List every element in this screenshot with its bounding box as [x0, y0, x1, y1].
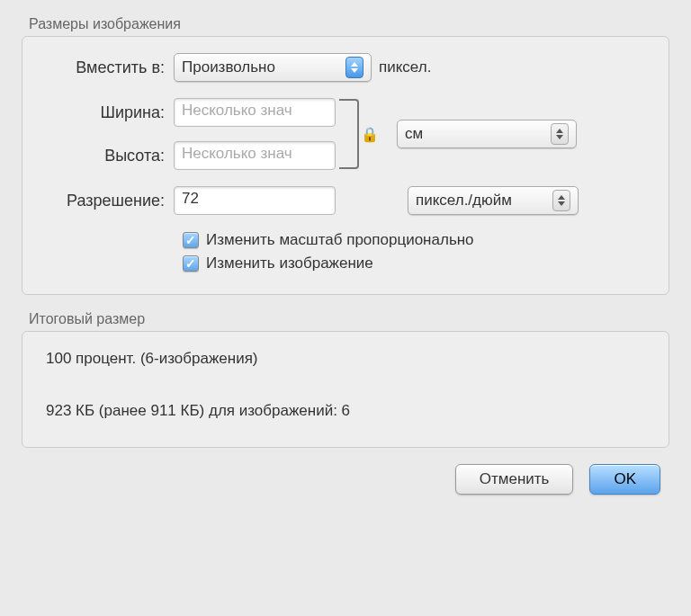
resolution-input[interactable]: 72 — [174, 186, 336, 215]
resize-image-checkbox[interactable] — [183, 255, 199, 272]
fit-select[interactable]: Произвольно — [174, 53, 372, 82]
summary-group: Итоговый размер 100 процент. (6-изображе… — [22, 311, 669, 448]
height-input[interactable]: Несколько знач — [174, 141, 336, 170]
summary-group-title: Итоговый размер — [22, 311, 669, 327]
fit-unit: пиксел. — [379, 58, 431, 76]
ok-button[interactable]: OK — [589, 464, 660, 495]
dims-unit-value: см — [405, 125, 543, 143]
dimensions-group-title: Размеры изображения — [22, 16, 669, 32]
dimensions-group: Размеры изображения Вместить в: Произвол… — [22, 16, 669, 295]
height-label: Высота: — [39, 147, 174, 165]
summary-percent: 100 процент. (6-изображения) — [46, 350, 645, 368]
resolution-unit-value: пиксел./дюйм — [416, 192, 545, 210]
scale-proportional-label: Изменить масштаб пропорционально — [206, 231, 474, 249]
width-input[interactable]: Несколько знач — [174, 98, 336, 127]
resolution-unit-select[interactable]: пиксел./дюйм — [408, 186, 579, 215]
summary-size: 923 КБ (ранее 911 КБ) для изображений: 6 — [46, 402, 645, 420]
link-bracket: 🔒 — [339, 99, 359, 169]
dialog-buttons: Отменить OK — [22, 464, 669, 495]
fit-label: Вместить в: — [39, 58, 174, 77]
width-label: Ширина: — [39, 103, 174, 122]
lock-icon[interactable]: 🔒 — [361, 126, 379, 143]
fit-select-value: Произвольно — [182, 58, 338, 76]
dims-unit-select[interactable]: см — [397, 120, 577, 148]
updown-icon — [346, 57, 363, 78]
updown-icon — [552, 190, 570, 211]
resolution-label: Разрешение: — [39, 192, 174, 210]
resize-image-label: Изменить изображение — [206, 254, 373, 272]
updown-icon — [551, 123, 569, 145]
cancel-button[interactable]: Отменить — [455, 464, 574, 495]
scale-proportional-checkbox[interactable] — [183, 232, 199, 248]
